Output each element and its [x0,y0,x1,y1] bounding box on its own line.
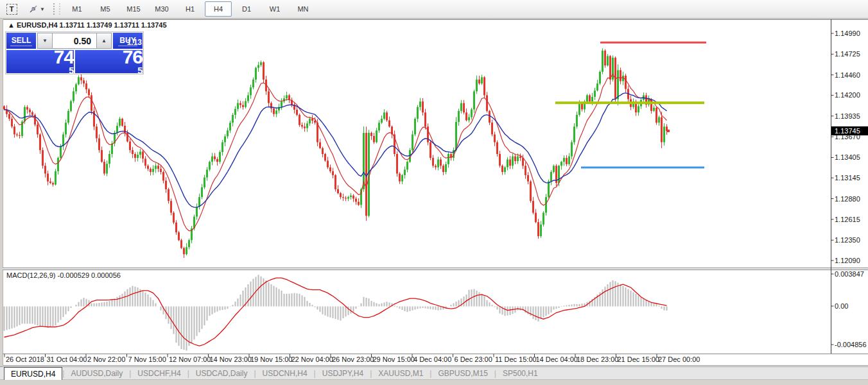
candle [306,123,308,128]
candle [460,103,462,111]
candle [275,110,277,114]
candle [219,152,221,162]
candle [57,158,59,171]
candle [332,171,334,175]
candle [134,154,136,158]
date-axis-label: 6 Dec 23:00 [455,355,492,363]
candle [532,201,534,212]
date-axis-label: 2 Nov 22:00 [87,355,125,363]
candle [437,160,439,167]
candle [489,111,490,123]
chart-tab-usdjpy-h4[interactable]: USDJPY,H4 [316,367,370,380]
chart-tab-eurusd-h4[interactable]: EURUSD,H4 [4,367,62,380]
chart-tab-usdcnh-h4[interactable]: USDCNH,H4 [256,367,314,380]
candle [196,207,198,216]
chart-tab-usdcad-daily[interactable]: USDCAD,Daily [189,367,254,380]
candle [530,182,532,201]
candle [150,169,152,172]
candle [481,77,483,83]
candle [537,222,539,236]
candle [108,154,110,164]
candle [129,141,131,150]
candle [422,101,424,112]
candle [381,119,383,123]
chart-tab-audusd-daily[interactable]: AUDUSD,Daily [64,367,129,380]
candle [560,162,562,166]
chart-tab-sp500-h1[interactable]: SP500,H1 [496,367,544,380]
candle [476,80,478,91]
volume-stepper: ▼ ▲ [37,33,112,49]
candle [304,126,306,128]
candle [447,154,449,164]
candle [496,142,498,154]
candle [24,107,26,122]
current-price-tag-label: 1.13745 [835,127,860,135]
candle [116,126,118,133]
candle [663,126,665,142]
candle [214,157,216,159]
candle [309,119,311,123]
candle [273,108,275,114]
candle [337,189,339,193]
candle [37,124,39,134]
date-axis-label: 4 Dec 04:00 [413,355,451,363]
candle [604,51,606,65]
date-axis-label: 26 Nov 23:00 [332,355,374,363]
chart-tab-usdchf-h4[interactable]: USDCHF,H4 [131,367,187,380]
candle [3,107,5,110]
candle [609,56,611,80]
candle [237,103,239,109]
chevron-up-icon: ▲ [101,38,107,44]
candle [401,175,403,182]
candle [440,160,442,166]
candle [578,103,580,115]
candle [553,166,555,172]
candle [417,107,419,119]
candle [168,189,169,201]
candle [514,157,516,161]
date-axis-label: 31 Oct 04:00 [47,355,87,363]
candle [540,225,542,236]
candle [596,83,598,90]
candle [404,169,406,175]
candle [209,162,211,169]
buy-price-prefix: 1.13 [127,38,142,47]
buy-price-box[interactable]: 1.13 76 5 [75,50,143,73]
candle [16,134,18,135]
price-axis-label: 1.14990 [835,30,860,37]
price-axis-label: 1.13405 [835,153,860,161]
price-axis-label: 1.14200 [835,91,860,99]
candle [412,134,413,150]
candle [234,109,236,115]
candle [334,175,336,189]
volume-increase-button[interactable]: ▲ [96,33,112,49]
candle [188,240,190,247]
volume-decrease-button[interactable]: ▼ [37,33,53,49]
candle [378,123,380,130]
chart-tab-xauusd-m1[interactable]: XAUUSD,M1 [372,367,430,380]
candle [73,91,74,101]
candle [473,91,475,109]
candle [345,198,347,198]
candle [491,123,493,134]
price-axis-label: 1.14725 [835,50,860,58]
candle [517,157,519,161]
date-axis-label: 29 Nov 15:00 [373,355,415,363]
candle [103,162,105,173]
candle [370,133,372,136]
candle [142,151,144,158]
candle [571,142,573,157]
candle [224,137,226,142]
candle [388,120,390,126]
candle [347,197,349,198]
candle [373,136,375,142]
candle [296,110,298,115]
chart-tab-gbpusd-m15[interactable]: GBPUSD,M15 [431,367,494,380]
candle [132,150,134,154]
date-axis-label: 26 Oct 2018 [6,355,44,363]
candle [8,114,10,119]
candle [121,119,123,126]
sell-price-box[interactable]: 1.13 74 5 [6,50,74,73]
sell-button[interactable]: SELL [6,33,36,49]
candle [101,150,103,162]
